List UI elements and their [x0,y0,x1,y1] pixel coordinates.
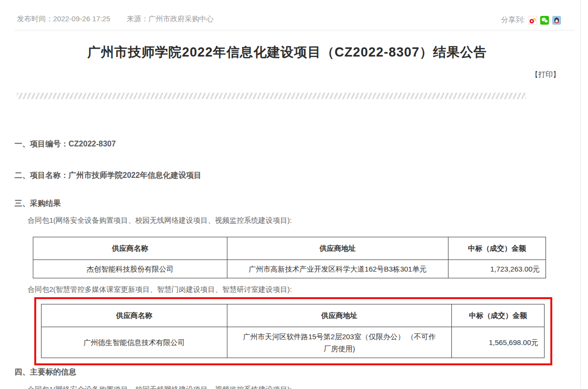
header-award-amount: 中标（成交）金额 [452,304,545,327]
supplier-name-cell: 广州德生智能信息技术有限公司 [42,327,227,358]
section-project-name: 二、项目名称：广州市技师学院2022年信息化建设项目 [14,171,202,181]
header-supplier-name: 供应商名称 [33,237,227,260]
source-label: 来源： [126,14,148,23]
page-title: 广州市技师学院2022年信息化建设项目（CZ2022-8307）结果公告 [0,43,574,61]
wechat-icon[interactable] [540,16,549,25]
section-project-number: 一、项目编号：CZ2022-8307 [14,139,116,149]
table-header-row: 供应商名称 供应商地址 中标（成交）金额 [33,237,546,260]
weibo-icon[interactable] [528,16,537,25]
supplier-address-cell: 广州市天河区软件路15号第2层203室（仅限办公） （不可作厂房使用) [227,327,452,358]
contract-package-1-label: 合同包1(网络安全设备购置项目、校园无线网络建设项目、视频监控系统建设项目): [28,216,292,225]
table-row: 广州德生智能信息技术有限公司 广州市天河区软件路15号第2层203室（仅限办公）… [42,327,545,358]
table-header-row: 供应商名称 供应商地址 中标（成交）金额 [42,304,545,327]
source-value: 广州市政府采购中心 [148,14,213,23]
share-label: 分享到: [501,15,525,25]
contract-package-2-label: 合同包2(智慧管控多媒体课室更新项目、智慧门岗建设项目、智慧研讨室建设项目): [28,285,292,294]
hatched-divider [17,93,526,99]
table-row: 杰创智能科技股份有限公司 广州市高新技术产业开发区科学大道162号B3栋301单… [33,260,546,278]
share-bar: 分享到: [501,15,561,25]
result-table-package2: 供应商名称 供应商地址 中标（成交）金额 广州德生智能信息技术有限公司 广州市天… [41,304,545,358]
publish-time-label: 发布时间： [17,14,53,23]
publish-time-value: 2022-09-26 17:25 [53,14,110,23]
header-supplier-address: 供应商地址 [227,304,452,327]
meta-bar: 发布时间：2022-09-26 17:25来源：广州市政府采购中心 [17,14,213,24]
supplier-name-cell: 杰创智能科技股份有限公司 [33,260,227,278]
header-supplier-name: 供应商名称 [42,304,227,327]
section-main-subject-info: 四、主要标的信息 [14,367,76,377]
page-right-edge [580,0,581,389]
qq-icon[interactable] [552,16,561,25]
print-link[interactable]: 【打印】 [531,70,560,79]
section-procurement-result: 三、采购结果 [14,199,61,209]
award-amount-cell: 1,565,698.00元 [452,327,545,358]
supplier-address-cell: 广州市高新技术产业开发区科学大道162号B3栋301单元 [227,260,448,278]
clipped-bottom-text: 合同包1(网络安全设备购置项目、校园无线网络建设项目、视频监控系统建设项目): [28,385,292,389]
result-table-package1: 供应商名称 供应商地址 中标（成交）金额 杰创智能科技股份有限公司 广州市高新技… [33,237,546,278]
award-amount-cell: 1,723,263.00元 [448,260,546,278]
header-award-amount: 中标（成交）金额 [448,237,546,260]
meta-divider [14,30,574,30]
header-supplier-address: 供应商地址 [227,237,448,260]
